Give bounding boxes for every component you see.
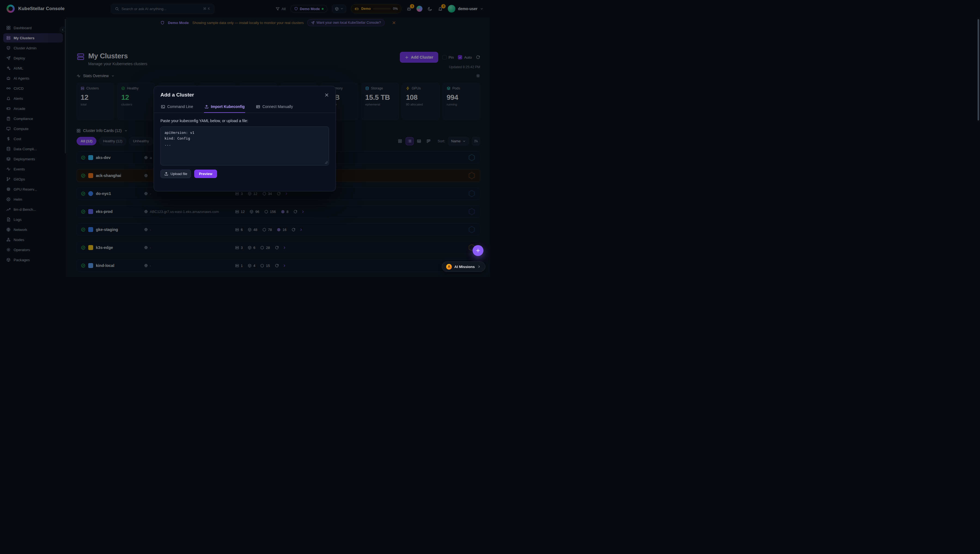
modal-tab-connect-manually[interactable]: Connect Manually [256,102,293,113]
filter-pill-unhealthy[interactable]: Unhealthy [129,137,153,145]
sidebar-item-logs[interactable]: Logs [3,215,63,224]
ai-missions-logo: A [446,264,452,270]
cluster-row-k3s-edge[interactable]: k3s-edge-3628 [76,241,480,254]
pin-checkbox[interactable]: Pin [442,55,454,59]
sidebar-item-compute[interactable]: Compute [3,124,63,133]
sidebar-item-packages[interactable]: Packages [3,255,63,265]
row-expand-button[interactable] [284,192,288,196]
user-menu[interactable]: demo-user [448,5,484,13]
row-expand-button[interactable] [282,246,286,250]
notifications-button[interactable]: 3 [438,6,443,12]
sidebar-item-label: Cluster Admin [14,46,37,50]
auto-checkbox-box[interactable] [458,55,462,59]
pin-checkbox-box[interactable] [442,55,447,59]
sidebar-item-cost[interactable]: Cost [3,134,63,144]
row-expand-button[interactable] [299,228,303,232]
banner-cta-link[interactable]: Want your own local KubeStellar Console? [307,19,385,26]
upload-file-button[interactable]: Upload file [161,169,191,178]
sidebar-item-ai-agents[interactable]: AI Agents [3,73,63,83]
sidebar-item-dashboard[interactable]: Dashboard [3,23,63,32]
sidebar-item-ai-ml[interactable]: AI/ML [3,64,63,73]
endpoint-globe-icon [144,246,148,249]
sidebar-item-deploy[interactable]: Deploy [3,53,63,63]
row-refresh-button[interactable] [277,192,281,196]
stat-label: GPUs [412,86,420,90]
cluster-endpoint: - [150,192,151,196]
row-refresh-button[interactable] [275,263,279,268]
sidebar-item-data-compli[interactable]: Data Compli... [3,144,63,153]
stats-settings-button[interactable] [476,73,480,78]
list-view-toggle[interactable] [406,137,414,145]
cluster-row-eks-prod[interactable]: eks-prodABC123.gr7.us-east-1.eks.amazona… [76,205,480,218]
table-view-toggle[interactable] [415,137,423,145]
sidebar-item-deployments[interactable]: Deployments [3,154,63,164]
sidebar-item-ci-cd[interactable]: CI/CD [3,84,63,93]
upload-icon [164,172,168,176]
k3s-logo [88,245,93,250]
sidebar-collapse-button[interactable] [60,27,65,32]
modal-tab-import-kubeconfig[interactable]: Import Kubeconfig [204,102,245,113]
sidebar-item-gpu-reserv[interactable]: GPU Reserv... [3,185,63,194]
row-refresh-button[interactable] [291,228,296,232]
sidebar-item-nodes[interactable]: Nodes [3,235,63,244]
filter-pill-healthy-12[interactable]: Healthy (12) [99,137,126,145]
row-expand-button[interactable] [301,210,305,214]
cluster-row-gke-staging[interactable]: gke-staging-6487816 [76,223,480,236]
preview-button[interactable]: Preview [194,169,217,178]
sidebar-item-events[interactable]: Events [3,164,63,174]
refresh-button[interactable] [476,55,480,59]
sidebar-nav: DashboardMy ClustersCluster AdminDeployA… [0,23,66,265]
demo-mode-pill[interactable]: Demo Mode [290,5,328,13]
sort-direction-button[interactable] [472,137,480,145]
clipboard-icon [6,117,11,121]
row-refresh-button[interactable] [293,210,298,214]
context-dropdown[interactable] [332,5,346,13]
sidebar-item-alerts[interactable]: Alerts [3,94,63,103]
theme-toggle-button[interactable] [427,6,433,12]
filter-all-button[interactable]: All [276,7,286,11]
stat-card-gpus: GPUs10880 allocated [402,83,439,120]
auto-label: Auto [464,55,472,59]
quick-add-fab[interactable] [473,245,484,256]
sidebar-item-cluster-admin[interactable]: Cluster Admin [3,43,63,53]
sidebar-item-gitops[interactable]: GitOps [3,174,63,184]
cluster-info-cards-toggle[interactable]: Cluster Info Cards (12) [76,128,128,133]
sidebar-scrollbar[interactable] [65,19,66,153]
dollar-icon [6,137,11,141]
sidebar-item-compliance[interactable]: Compliance [3,114,63,123]
debug-button[interactable]: 1 [406,6,412,12]
stat-label: Storage [371,86,383,90]
cluster-row-kind-local[interactable]: kind-local-1415 [76,259,480,272]
kubeconfig-textarea[interactable]: apiVersion: v1 kind: Config ... [161,126,329,166]
filter-pill-all-12[interactable]: All (12) [76,137,96,145]
stats-overview-toggle[interactable]: Stats Overview [76,73,115,78]
modal-tab-command-line[interactable]: Command Line [161,102,194,113]
banner-close-button[interactable] [392,21,396,25]
gpus-stat: 8 [281,210,288,214]
ai-assistant-icon[interactable] [417,6,422,12]
sidebar-item-helm[interactable]: Helm [3,195,63,204]
modal-close-button[interactable] [325,93,329,97]
sidebar-item-operators[interactable]: Operators [3,245,63,254]
auto-checkbox[interactable]: Auto [458,55,472,59]
add-cluster-button[interactable]: Add Cluster [400,52,438,63]
kanban-view-toggle[interactable] [425,137,433,145]
sidebar-item-label: Compute [14,127,29,131]
row-expand-button[interactable] [282,263,286,268]
ai-missions-button[interactable]: A AI Missions [442,262,485,272]
search-input[interactable] [121,7,201,11]
sidebar-item-llm-d-bench[interactable]: llm-d Bench... [3,205,63,214]
sidebar-item-my-clusters[interactable]: My Clusters [3,33,63,43]
cluster-row-actions [291,228,303,232]
gke-watermark-glyph [468,225,476,234]
cluster-endpoint-group: - [144,263,235,268]
sidebar-item-arcade[interactable]: Arcade [3,104,63,113]
row-refresh-button[interactable] [275,246,279,250]
nodes-count: 3 [241,246,243,250]
grid-view-toggle[interactable] [396,137,404,145]
sidebar: DashboardMy ClustersCluster AdminDeployA… [0,18,67,277]
sort-select[interactable]: Name [448,137,469,145]
stats-overview-label: Stats Overview [83,73,109,78]
sidebar-item-network[interactable]: Network [3,225,63,234]
page-subtitle: Manage your Kubernetes clusters [88,62,147,66]
